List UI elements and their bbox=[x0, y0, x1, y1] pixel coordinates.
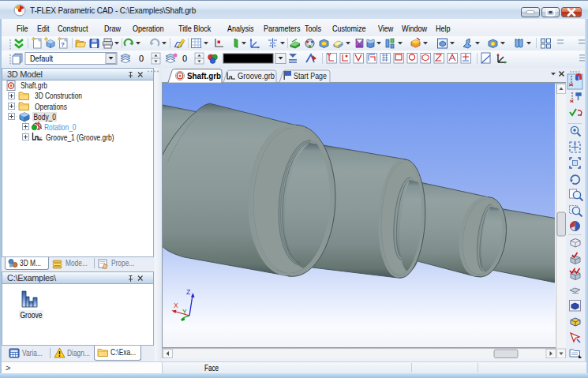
svg-text:Z: Z bbox=[186, 288, 190, 296]
svg-text:Groove.grb: Groove.grb bbox=[238, 71, 275, 80]
svg-text:X: X bbox=[174, 301, 178, 309]
svg-text:Shaft.grb: Shaft.grb bbox=[187, 71, 221, 80]
svg-text:?: ? bbox=[61, 41, 65, 48]
svg-text:Y: Y bbox=[182, 308, 187, 316]
svg-text:Start Page: Start Page bbox=[294, 71, 327, 80]
svg-text:0: 0 bbox=[139, 54, 144, 63]
svg-text:Default: Default bbox=[30, 54, 53, 63]
svg-text:0: 0 bbox=[182, 54, 187, 63]
